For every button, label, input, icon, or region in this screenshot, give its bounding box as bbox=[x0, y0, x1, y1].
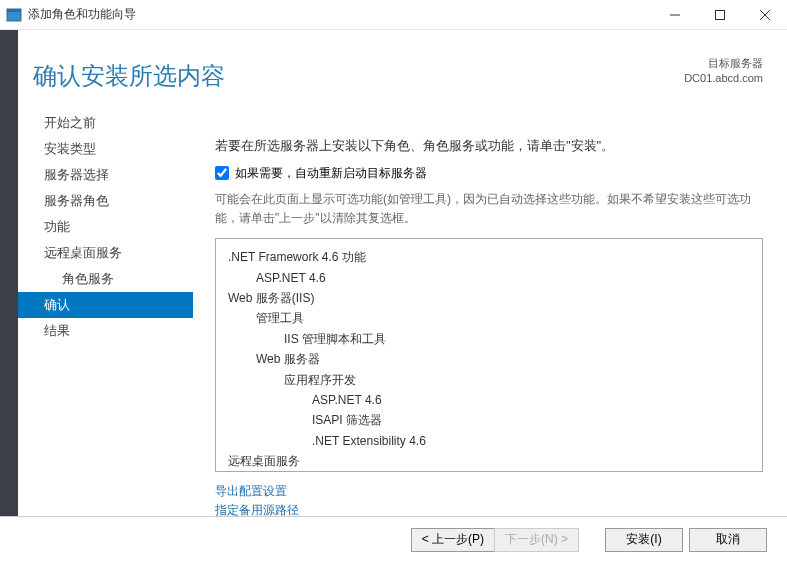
features-list[interactable]: .NET Framework 4.6 功能ASP.NET 4.6Web 服务器(… bbox=[215, 238, 763, 472]
feature-item: .NET Extensibility 4.6 bbox=[228, 431, 750, 451]
wizard-sidebar: 开始之前安装类型服务器选择服务器角色功能远程桌面服务角色服务确认结果 bbox=[18, 30, 193, 516]
feature-item: Web 服务器 bbox=[228, 349, 750, 369]
feature-item: Web 服务器(IIS) bbox=[228, 288, 750, 308]
feature-item: ASP.NET 4.6 bbox=[228, 268, 750, 288]
feature-item: 远程桌面服务 bbox=[228, 451, 750, 471]
links-block: 导出配置设置 指定备用源路径 bbox=[215, 482, 763, 520]
sidebar-item-5[interactable]: 远程桌面服务 bbox=[18, 240, 193, 266]
sidebar-item-1[interactable]: 安装类型 bbox=[18, 136, 193, 162]
content: 开始之前安装类型服务器选择服务器角色功能远程桌面服务角色服务确认结果 确认安装所… bbox=[0, 30, 787, 516]
minimize-button[interactable] bbox=[652, 0, 697, 30]
page-heading: 确认安装所选内容 bbox=[33, 60, 225, 92]
left-accent-band bbox=[0, 30, 18, 516]
wizard-footer: < 上一步(P) 下一步(N) > 安装(I) 取消 bbox=[0, 516, 787, 562]
maximize-button[interactable] bbox=[697, 0, 742, 30]
restart-checkbox-row: 如果需要，自动重新启动目标服务器 bbox=[215, 165, 763, 182]
feature-item: 应用程序开发 bbox=[228, 370, 750, 390]
sidebar-item-7[interactable]: 确认 bbox=[18, 292, 193, 318]
sidebar-item-4[interactable]: 功能 bbox=[18, 214, 193, 240]
restart-checkbox-label: 如果需要，自动重新启动目标服务器 bbox=[235, 165, 427, 182]
sidebar-item-6[interactable]: 角色服务 bbox=[18, 266, 193, 292]
sidebar-item-2[interactable]: 服务器选择 bbox=[18, 162, 193, 188]
feature-item: 管理工具 bbox=[228, 308, 750, 328]
close-button[interactable] bbox=[742, 0, 787, 30]
feature-item: .NET Framework 4.6 功能 bbox=[228, 247, 750, 267]
feature-item: ASP.NET 4.6 bbox=[228, 390, 750, 410]
feature-item: IIS 管理脚本和工具 bbox=[228, 329, 750, 349]
app-icon bbox=[6, 7, 22, 23]
sidebar-item-0[interactable]: 开始之前 bbox=[18, 110, 193, 136]
install-button[interactable]: 安装(I) bbox=[605, 528, 683, 552]
feature-item: ISAPI 筛选器 bbox=[228, 410, 750, 430]
main-panel: 确认安装所选内容 目标服务器 DC01.abcd.com 若要在所选服务器上安装… bbox=[193, 30, 787, 516]
svg-rect-1 bbox=[7, 9, 21, 12]
alt-source-link[interactable]: 指定备用源路径 bbox=[215, 501, 763, 520]
svg-rect-3 bbox=[715, 10, 724, 19]
target-server-block: 目标服务器 DC01.abcd.com bbox=[215, 56, 763, 87]
titlebar: 添加角色和功能向导 bbox=[0, 0, 787, 30]
target-value: DC01.abcd.com bbox=[215, 71, 763, 86]
previous-button[interactable]: < 上一步(P) bbox=[411, 528, 494, 552]
export-config-link[interactable]: 导出配置设置 bbox=[215, 482, 763, 501]
sidebar-item-8[interactable]: 结果 bbox=[18, 318, 193, 344]
instruction-text: 若要在所选服务器上安装以下角色、角色服务或功能，请单击"安装"。 bbox=[215, 137, 763, 155]
sub-instruction-text: 可能会在此页面上显示可选功能(如管理工具)，因为已自动选择这些功能。如果不希望安… bbox=[215, 190, 763, 228]
cancel-button[interactable]: 取消 bbox=[689, 528, 767, 552]
next-button: 下一步(N) > bbox=[494, 528, 579, 552]
restart-checkbox[interactable] bbox=[215, 166, 229, 180]
sidebar-item-3[interactable]: 服务器角色 bbox=[18, 188, 193, 214]
window-title: 添加角色和功能向导 bbox=[28, 6, 652, 23]
target-label: 目标服务器 bbox=[215, 56, 763, 71]
